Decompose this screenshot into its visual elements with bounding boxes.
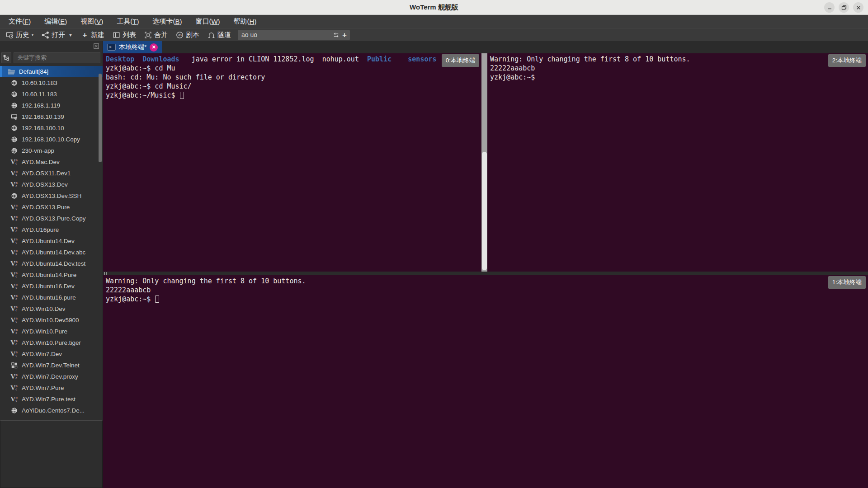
session-item[interactable]: 192.168.100.10: [0, 122, 103, 134]
session-item[interactable]: VncAYD.Ubuntu14.Pure: [0, 269, 103, 281]
terminal-line: yzkj@abc:~$: [490, 73, 867, 82]
session-item[interactable]: Default[84]: [0, 66, 103, 77]
vnc-icon: Vnc: [10, 305, 18, 312]
vnc-icon: Vnc: [10, 170, 18, 177]
session-item[interactable]: 192.168.1.119: [0, 100, 103, 111]
session-item[interactable]: VncAYD.OSX13.Dev: [0, 179, 103, 190]
history-button[interactable]: 历史▾: [3, 30, 37, 40]
svg-text:JS: JS: [178, 33, 182, 37]
session-item[interactable]: VncAYD.Win7.Pure: [0, 382, 103, 394]
session-item[interactable]: VncAYD.OSX13.Pure: [0, 202, 103, 213]
terminal-icon: >_: [107, 44, 116, 51]
vnc-icon: Vnc: [10, 226, 18, 233]
session-item[interactable]: VncAYD.Win7.Dev: [0, 348, 103, 360]
script-button[interactable]: JS剧本: [173, 30, 203, 40]
sidebar-bottom-panel: [0, 420, 103, 488]
terminal-line: 22222aaabcb: [106, 286, 867, 295]
session-item[interactable]: VncAYD.Ubuntu14.Dev.test: [0, 258, 103, 269]
menu-b[interactable]: 选项卡(B): [146, 15, 189, 28]
menu-h[interactable]: 帮助(H): [227, 15, 264, 28]
pane-label-0: 0:本地终端: [442, 54, 479, 67]
plus-icon: +: [81, 31, 89, 39]
merge-button[interactable]: 合并: [141, 30, 171, 40]
folder-icon: [7, 68, 15, 75]
close-button[interactable]: [853, 2, 863, 13]
session-item[interactable]: VncAYD.Win10.Pure: [0, 326, 103, 337]
menu-e[interactable]: 编辑(E): [38, 15, 74, 28]
open-icon: [42, 31, 49, 39]
menu-v[interactable]: 视图(V): [74, 15, 110, 28]
globe-icon: [10, 407, 18, 414]
vertical-splitter[interactable]: [481, 53, 487, 272]
vnc-icon: Vnc: [10, 181, 18, 188]
search-input[interactable]: [241, 31, 331, 38]
tab-close-icon[interactable]: ✕: [150, 43, 158, 52]
titlebar: WoTerm 舰舰版: [0, 0, 868, 15]
session-item[interactable]: VncAYD.OSX11.Dev1: [0, 168, 103, 179]
keyword-search-input[interactable]: [14, 52, 100, 63]
menubar: 文件(F)编辑(E)视图(V)工具(T)选项卡(B)窗口(W)帮助(H): [0, 15, 868, 28]
menu-t[interactable]: 工具(T): [110, 15, 146, 28]
session-item[interactable]: 230-vm-app: [0, 145, 103, 156]
vnc-icon: Vnc: [10, 204, 18, 211]
session-item[interactable]: VncAYD.Win10.Dev5900: [0, 314, 103, 326]
session-item[interactable]: AYD.OSX13.Dev.SSH: [0, 190, 103, 202]
session-item[interactable]: 192.168.10.139: [0, 111, 103, 122]
session-item[interactable]: VncAYD.Win10.Dev: [0, 303, 103, 314]
open-button[interactable]: 打开▼: [38, 30, 76, 40]
add-button[interactable]: +: [341, 31, 348, 39]
terminal-line: yzkj@abc:~$: [106, 295, 867, 304]
session-item[interactable]: VncAYD.Win10.Pure.tiger: [0, 337, 103, 348]
terminal-pane-1[interactable]: Warning: Only changing the first 8 of 10…: [103, 275, 868, 488]
session-item[interactable]: VncAYD.Ubuntu14.Dev: [0, 235, 103, 247]
session-item[interactable]: VncAYD.Ubuntu16.pure: [0, 292, 103, 303]
session-item[interactable]: VncAYD.Mac.Dev: [0, 156, 103, 168]
globe-icon: [10, 147, 18, 154]
vnc-icon: Vnc: [10, 283, 18, 290]
horizontal-splitter[interactable]: [103, 272, 868, 275]
terminal-line: Warning: Only changing the first 8 of 10…: [490, 55, 867, 64]
sidebar-close-icon[interactable]: [92, 42, 100, 50]
swap-button[interactable]: [331, 32, 341, 38]
session-item[interactable]: VncAYD.Win7.Dev.proxy: [0, 371, 103, 382]
vnc-icon: Vnc: [10, 328, 18, 335]
terminal-area: >_ 本地终端* ✕ Desktop Downloads java_error_…: [103, 41, 868, 488]
new-button[interactable]: +新建: [78, 30, 108, 40]
globe-icon: [10, 136, 18, 143]
session-item[interactable]: VncAYD.Ubuntu14.Dev.abc: [0, 247, 103, 258]
session-item[interactable]: VncAYD.OSX13.Pure.Copy: [0, 213, 103, 224]
minimize-button[interactable]: [824, 2, 835, 13]
splitter-grip: [104, 272, 107, 275]
tree-view-button[interactable]: [1, 52, 11, 63]
session-item[interactable]: AYD.Win7.Dev.Telnet: [0, 360, 103, 371]
sidebar-scrollbar-thumb[interactable]: [99, 74, 102, 162]
terminal-cursor: [155, 296, 159, 303]
tunnel-button[interactable]: 隧道: [204, 30, 234, 40]
pane-label-1: 1:本地终端: [828, 276, 866, 289]
restore-button[interactable]: [839, 2, 849, 13]
session-item[interactable]: 10.60.11.183: [0, 89, 103, 100]
menu-f[interactable]: 文件(F): [2, 15, 38, 28]
list-button[interactable]: 列表: [109, 30, 139, 40]
globe-icon: [10, 192, 18, 199]
pane-scrollbar-thumb[interactable]: [482, 152, 487, 270]
session-item[interactable]: VncAYD.Ubuntu16.Dev: [0, 281, 103, 292]
tab-label: 本地终端*: [119, 43, 146, 52]
vnc-icon: Vnc: [10, 373, 18, 380]
session-item[interactable]: 192.168.100.10.Copy: [0, 134, 103, 145]
session-item[interactable]: 10.60.10.183: [0, 77, 103, 89]
session-item[interactable]: VncAYD.U16pure: [0, 224, 103, 235]
terminal-pane-0[interactable]: Desktop Downloads java_error_in_CLION_11…: [103, 53, 481, 272]
woterm-window: WoTerm 舰舰版 文件(F)编辑(E)视图(V)工具(T)选项卡(B)窗口(…: [0, 0, 868, 488]
vnc-icon: Vnc: [10, 294, 18, 301]
session-item[interactable]: VncAYD.Win7.Pure.test: [0, 394, 103, 405]
session-item[interactable]: AoYiDuo.Centos7.De...: [0, 405, 103, 416]
globe-icon: [10, 80, 18, 86]
vnc-icon: Vnc: [10, 238, 18, 244]
menu-w[interactable]: 窗口(W): [189, 15, 226, 28]
rdp-icon: [10, 113, 18, 120]
tunnel-icon: [208, 31, 215, 39]
terminal-pane-2[interactable]: Warning: Only changing the first 8 of 10…: [487, 53, 868, 272]
tab-local-terminal[interactable]: >_ 本地终端* ✕: [103, 41, 162, 53]
globe-icon: [10, 125, 18, 131]
